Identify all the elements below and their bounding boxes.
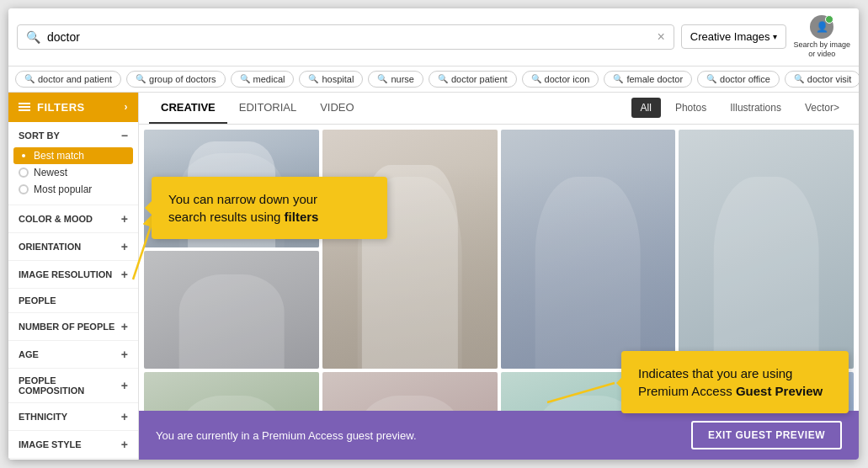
chevron-down-icon: ▾	[773, 32, 777, 41]
people-label: PEOPLE	[19, 295, 56, 306]
image-cell-3[interactable]	[501, 130, 676, 369]
ethnicity-title[interactable]: ETHNICITY +	[19, 410, 128, 423]
sort-by-label: SORT BY	[19, 130, 60, 141]
number-of-people-plus-icon[interactable]: +	[121, 320, 128, 333]
tab-creative[interactable]: CREATIVE	[149, 93, 227, 124]
age-plus-icon[interactable]: +	[121, 348, 128, 361]
type-btn-all[interactable]: All	[631, 98, 661, 118]
sidebar-section-orientation: ORIENTATION +	[8, 233, 138, 261]
image-resolution-title[interactable]: IMAGE RESOLUTION +	[19, 268, 128, 281]
sidebar-section-age: AGE +	[8, 341, 138, 369]
search-input[interactable]: doctor	[47, 30, 650, 44]
ethnicity-label: ETHNICITY	[19, 412, 67, 422]
tag-search-icon: 🔍	[438, 74, 448, 83]
tag-search-icon: 🔍	[794, 74, 804, 83]
tooltip-premium: Indicates that you are usingPremium Acce…	[621, 351, 849, 413]
age-label: AGE	[19, 349, 39, 359]
color-mood-plus-icon[interactable]: +	[121, 212, 128, 226]
sort-option-best-match[interactable]: Best match	[13, 147, 133, 164]
tag-nurse[interactable]: 🔍 nurse	[368, 71, 423, 88]
tag-doctor-and-patient[interactable]: 🔍 doctor and patient	[15, 71, 121, 88]
sort-by-toggle-icon[interactable]: −	[121, 129, 128, 142]
tab-video[interactable]: VIDEO	[308, 93, 365, 124]
sidebar-section-color-mood: COLOR & MOOD +	[8, 205, 138, 233]
sidebar-section-image-resolution: IMAGE RESOLUTION +	[8, 261, 138, 289]
radio-best-match	[19, 151, 29, 161]
tag-label: group of doctors	[149, 74, 216, 84]
sidebar-collapse-icon[interactable]: ›	[125, 101, 129, 113]
sort-best-match-label: Best match	[34, 150, 84, 162]
tag-doctor-office[interactable]: 🔍 doctor office	[697, 71, 780, 88]
tag-female-doctor[interactable]: 🔍 female doctor	[604, 71, 692, 88]
age-title[interactable]: AGE +	[19, 348, 128, 361]
number-of-people-title[interactable]: NUMBER OF PEOPLE +	[19, 320, 128, 333]
tag-label: doctor icon	[545, 74, 590, 84]
sidebar-section-image-style: IMAGE STYLE +	[8, 431, 138, 459]
orientation-label: ORIENTATION	[19, 242, 81, 252]
tag-doctor-visit[interactable]: 🔍 doctor visit	[785, 71, 859, 88]
image-cell-4[interactable]	[679, 130, 854, 369]
color-mood-label: COLOR & MOOD	[19, 214, 93, 224]
image-cell-5[interactable]	[144, 251, 319, 369]
color-mood-title[interactable]: COLOR & MOOD +	[19, 212, 128, 226]
image-style-label: IMAGE STYLE	[19, 439, 82, 449]
orientation-title[interactable]: ORIENTATION +	[19, 240, 128, 253]
tooltip-filters-text: You can narrow down yoursearch results u…	[168, 190, 370, 226]
sidebar-section-people-composition: PEOPLE COMPOSITION +	[8, 369, 138, 403]
tooltip-premium-text: Indicates that you are usingPremium Acce…	[638, 364, 832, 400]
tag-search-icon: 🔍	[706, 74, 716, 83]
tag-search-icon: 🔍	[613, 74, 623, 83]
people-composition-plus-icon[interactable]: +	[121, 379, 128, 392]
tag-label: doctor visit	[807, 74, 852, 84]
search-by-image-label: Search by image or video	[793, 40, 850, 59]
tag-search-icon: 🔍	[240, 74, 250, 83]
sidebar-section-people: PEOPLE	[8, 289, 138, 313]
search-bar: 🔍 doctor × Creative Images ▾ 👤 Search by…	[8, 8, 859, 66]
sidebar-section-sort-by: SORT BY − Best match Newest Most popular	[8, 122, 138, 205]
tag-search-icon: 🔍	[136, 74, 146, 83]
tag-doctor-patient[interactable]: 🔍 doctor patient	[429, 71, 517, 88]
image-resolution-plus-icon[interactable]: +	[121, 268, 128, 281]
creative-images-button[interactable]: Creative Images ▾	[681, 24, 787, 49]
sidebar-section-color: COLOR +	[8, 459, 138, 460]
sort-newest-label: Newest	[34, 167, 67, 178]
search-by-image-button[interactable]: 👤 Search by image or video	[793, 15, 850, 59]
tag-medical[interactable]: 🔍 medical	[231, 71, 295, 88]
content-type-buttons: All Photos Illustrations Vector>	[631, 98, 849, 118]
filters-label: FILTERS	[37, 101, 125, 114]
tooltip-filters: You can narrow down yoursearch results u…	[152, 177, 387, 239]
exit-guest-preview-button[interactable]: EXIT GUEST PREVIEW	[691, 421, 842, 449]
content-tabs: CREATIVE EDITORIAL VIDEO	[149, 93, 366, 124]
sidebar-section-number-of-people: NUMBER OF PEOPLE +	[8, 313, 138, 341]
image-resolution-label: IMAGE RESOLUTION	[19, 269, 112, 279]
sort-option-most-popular[interactable]: Most popular	[19, 181, 128, 198]
tag-label: nurse	[391, 74, 414, 84]
clear-search-button[interactable]: ×	[657, 29, 664, 45]
people-composition-title[interactable]: PEOPLE COMPOSITION +	[19, 375, 128, 396]
tab-editorial[interactable]: EDITORIAL	[227, 93, 308, 124]
orientation-plus-icon[interactable]: +	[121, 240, 128, 253]
tag-group-of-doctors[interactable]: 🔍 group of doctors	[126, 71, 226, 88]
type-btn-illustrations[interactable]: Illustrations	[721, 98, 791, 118]
image-style-title[interactable]: IMAGE STYLE +	[19, 438, 128, 451]
radio-most-popular	[19, 184, 29, 194]
tag-hospital[interactable]: 🔍 hospital	[299, 71, 363, 88]
premium-banner-text: You are currently in a Premium Access gu…	[156, 429, 417, 442]
premium-banner: You are currently in a Premium Access gu…	[139, 411, 859, 460]
tag-doctor-icon[interactable]: 🔍 doctor icon	[522, 71, 599, 88]
image-cell-2[interactable]	[322, 130, 498, 369]
sort-option-newest[interactable]: Newest	[19, 164, 128, 181]
people-composition-label: PEOPLE COMPOSITION	[19, 375, 121, 396]
sort-by-title[interactable]: SORT BY −	[19, 129, 128, 142]
type-btn-photos[interactable]: Photos	[666, 98, 716, 118]
sidebar: FILTERS › SORT BY − Best match Newest	[8, 93, 139, 460]
number-of-people-label: NUMBER OF PEOPLE	[19, 322, 114, 332]
tag-label: doctor office	[720, 74, 770, 84]
ethnicity-plus-icon[interactable]: +	[121, 410, 128, 423]
sort-options: Best match Newest Most popular	[19, 147, 128, 198]
tag-search-icon: 🔍	[24, 74, 35, 83]
image-style-plus-icon[interactable]: +	[121, 438, 128, 451]
main-window: 🔍 doctor × Creative Images ▾ 👤 Search by…	[8, 8, 859, 460]
type-btn-vectors[interactable]: Vector>	[796, 98, 849, 118]
sidebar-header: FILTERS ›	[8, 93, 138, 122]
